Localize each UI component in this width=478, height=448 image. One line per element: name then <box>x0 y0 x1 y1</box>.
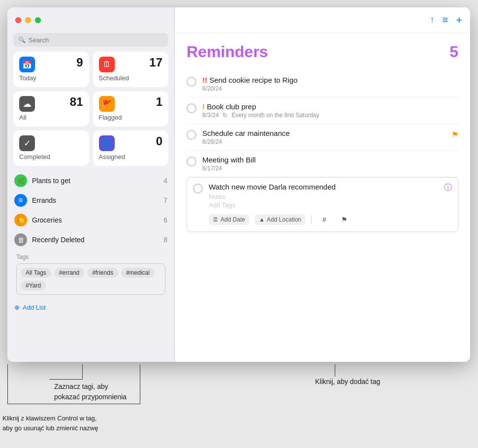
all-label: All <box>19 114 83 121</box>
reminder-checkbox-1[interactable] <box>187 77 196 87</box>
reminder-item-2: ! Book club prep 8/3/24 ↻ Every month on… <box>187 97 458 124</box>
completed-label: Completed <box>19 153 83 160</box>
search-input[interactable] <box>29 36 163 44</box>
smart-card-all[interactable]: ☁ 81 All <box>13 91 89 127</box>
smart-card-assigned[interactable]: 👤 0 Assigned <box>93 130 169 166</box>
add-list-button[interactable]: ⊕ Add List <box>10 301 171 314</box>
add-location-label: Add Location <box>267 216 301 223</box>
reminder-title-5[interactable]: Watch new movie Darla recommended <box>209 183 438 191</box>
add-reminder-button[interactable]: + <box>456 14 462 27</box>
share-button[interactable]: ↑ <box>430 15 434 25</box>
minimize-button[interactable] <box>25 17 31 23</box>
reminder-subtitle-1: 6/20/24 <box>202 85 458 92</box>
reminder-item-3: Schedule car maintenance 6/28/24 ⚑ <box>187 124 458 151</box>
reminder-body-3: Schedule car maintenance 6/28/24 <box>202 129 446 145</box>
errands-icon: ≡ <box>14 194 27 207</box>
groceries-count: 6 <box>163 216 167 224</box>
callout-line-1h <box>49 379 83 380</box>
reminder-date-4: 6/17/24 <box>202 165 222 172</box>
reminder-text-2: Book club prep <box>207 102 256 111</box>
flagged-label: Flagged <box>99 114 163 121</box>
reminder-item-4: Meeting with Bill 6/17/24 <box>187 151 458 177</box>
smart-lists-grid: 📅 9 Today 🗓 17 Scheduled ☁ 81 All <box>7 52 174 171</box>
reminder-body-4: Meeting with Bill 6/17/24 <box>202 156 458 172</box>
reminder-title-1: !! Send cookie recipe to Rigo <box>202 76 458 84</box>
main-toolbar: ↑ ≡ + <box>175 7 470 33</box>
tag-all-tags[interactable]: All Tags <box>21 268 51 278</box>
list-item-groceries[interactable]: 🍋 Groceries 6 <box>10 210 171 230</box>
reminders-header: Reminders 5 <box>187 43 458 61</box>
plants-count: 4 <box>163 177 167 185</box>
bracket-left <box>7 364 8 404</box>
reminder-checkbox-2[interactable] <box>187 103 196 113</box>
scheduled-icon: 🗓 <box>99 57 115 72</box>
reminders-count: 5 <box>449 43 458 61</box>
list-item-recently-deleted[interactable]: 🗑 Recently Deleted 8 <box>10 230 171 250</box>
reminder-date-1: 6/20/24 <box>202 85 222 92</box>
reminder-checkbox-3[interactable] <box>187 130 196 140</box>
groceries-icon: 🍋 <box>14 214 27 226</box>
reminder-item-5: Watch new movie Darla recommended Notes … <box>187 177 458 232</box>
reminder-item-1: !! Send cookie recipe to Rigo 6/20/24 <box>187 71 458 97</box>
priority-icon-2: ! <box>202 102 207 111</box>
plants-icon: 🌿 <box>14 174 27 187</box>
tags-container: All Tags #errand #friends #medical #Yard <box>16 263 165 295</box>
assigned-label: Assigned <box>99 153 163 160</box>
scheduled-label: Scheduled <box>99 74 163 82</box>
reminder-date-2: 8/3/24 <box>202 112 219 119</box>
callout-line-1 <box>82 364 83 379</box>
reminder-subtitle-3: 6/28/24 <box>202 138 446 145</box>
assigned-count: 0 <box>156 135 162 147</box>
errands-count: 7 <box>163 196 167 204</box>
add-tag-button[interactable]: # <box>318 213 331 226</box>
list-view-button[interactable]: ≡ <box>442 14 448 26</box>
reminder-recurring-2: Every month on the first Saturday <box>231 112 319 119</box>
smart-card-flagged[interactable]: 🚩 1 Flagged <box>93 91 169 127</box>
reminders-list: Reminders 5 !! Send cookie recipe to Rig… <box>175 33 470 362</box>
tag-friends[interactable]: #friends <box>87 268 118 278</box>
flagged-count: 1 <box>156 96 162 108</box>
annotation-tag-click: Kliknij, aby dodać tag <box>315 377 380 387</box>
annotations-area: Zaznacz tagi, abypokazać przypomnienia K… <box>0 364 478 448</box>
today-icon: 📅 <box>19 57 35 72</box>
smart-card-scheduled[interactable]: 🗓 17 Scheduled <box>93 52 169 87</box>
close-button[interactable] <box>15 17 21 23</box>
groceries-label: Groceries <box>32 216 159 224</box>
tags-section: Tags All Tags #errand #friends #medical … <box>10 250 171 301</box>
list-item-errands[interactable]: ≡ Errands 7 <box>10 191 171 210</box>
reminders-title: Reminders <box>187 43 268 61</box>
add-location-button[interactable]: ▲ Add Location <box>255 214 305 225</box>
list-item-plants[interactable]: 🌿 Plants to get 4 <box>10 171 171 191</box>
add-list-label: Add List <box>23 304 46 311</box>
reminder-tags-5[interactable]: Add Tags <box>209 201 438 209</box>
reminder-body-5: Watch new movie Darla recommended Notes … <box>209 183 438 226</box>
tag-errand[interactable]: #errand <box>54 268 84 278</box>
reminder-action-toolbar: 🗓 Add Date ▲ Add Location # ⚑ <box>209 213 438 226</box>
info-icon-5[interactable]: ⓘ <box>444 183 452 193</box>
reminder-checkbox-4[interactable] <box>187 157 196 166</box>
recurring-icon-2: ↻ <box>223 112 227 119</box>
flagged-icon: 🚩 <box>99 96 115 112</box>
recently-deleted-icon: 🗑 <box>14 233 27 246</box>
reminder-title-3: Schedule car maintenance <box>202 129 446 137</box>
tag-medical[interactable]: #medical <box>121 268 155 278</box>
errands-label: Errands <box>32 196 159 204</box>
annotation-control-click: Kliknij z klawiszem Control w tag,aby go… <box>2 414 98 433</box>
add-flag-button[interactable]: ⚑ <box>337 213 351 226</box>
add-date-button[interactable]: 🗓 Add Date <box>209 214 249 225</box>
plants-label: Plants to get <box>32 177 159 185</box>
fullscreen-button[interactable] <box>35 17 41 23</box>
smart-card-today[interactable]: 📅 9 Today <box>13 52 89 87</box>
tags-heading: Tags <box>16 254 165 260</box>
smart-card-completed[interactable]: ✓ Completed <box>13 130 89 166</box>
reminder-notes-5[interactable]: Notes <box>209 193 438 200</box>
add-date-label: Add Date <box>221 216 245 223</box>
location-icon: ▲ <box>259 216 265 223</box>
all-icon: ☁ <box>19 96 35 112</box>
recently-deleted-count: 8 <box>163 236 167 244</box>
reminder-body-1: !! Send cookie recipe to Rigo 6/20/24 <box>202 76 458 92</box>
sidebar: 🔍 📅 9 Today 🗓 17 Scheduled <box>7 7 175 362</box>
reminder-date-3: 6/28/24 <box>202 138 222 145</box>
tag-yard[interactable]: #Yard <box>21 281 46 290</box>
reminder-checkbox-5[interactable] <box>193 184 203 193</box>
